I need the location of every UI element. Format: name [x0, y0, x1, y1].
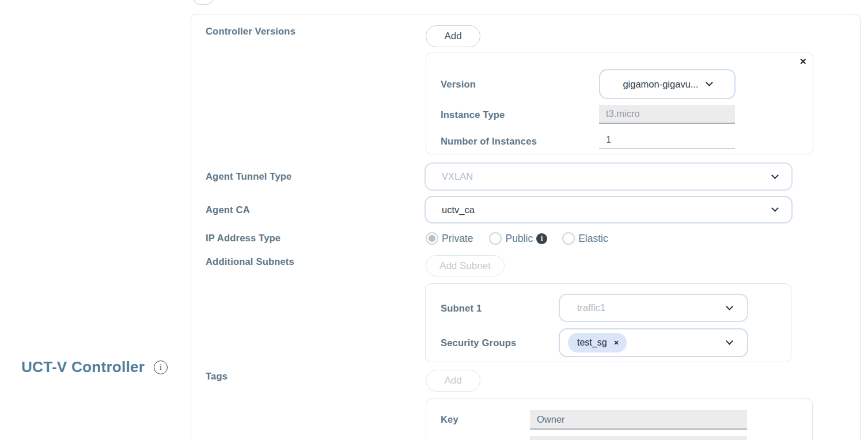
number-of-instances-label: Number of Instances: [441, 136, 537, 147]
agent-ca-label: Agent CA: [206, 204, 250, 215]
add-subnet-button[interactable]: Add Subnet: [426, 255, 505, 276]
version-select[interactable]: gigamon-gigavu...: [599, 69, 736, 99]
cut-off-toggle-button[interactable]: [194, 0, 213, 5]
instance-type-field[interactable]: t3.micro: [599, 105, 735, 124]
security-groups-multiselect[interactable]: test_sg ✕: [559, 328, 748, 357]
public-info-icon[interactable]: i: [536, 233, 547, 244]
add-subnet-button-label: Add Subnet: [439, 260, 491, 272]
subnet1-select[interactable]: traffic1: [559, 294, 748, 322]
tag-key-label: Key: [441, 414, 458, 425]
radio-public[interactable]: [489, 232, 502, 245]
instance-type-label: Instance Type: [441, 109, 505, 120]
add-controller-version-button[interactable]: Add: [426, 25, 480, 47]
chevron-down-icon: [771, 172, 779, 179]
page-title: UCT-V Controller: [21, 358, 148, 376]
instance-type-value: t3.micro: [606, 108, 640, 119]
number-of-instances-field[interactable]: 1: [599, 131, 735, 149]
agent-ca-select[interactable]: uctv_ca: [424, 196, 793, 223]
add-button-label: Add: [444, 31, 461, 42]
chevron-down-icon: [726, 337, 733, 345]
agent-tunnel-type-select[interactable]: VXLAN: [424, 162, 793, 191]
subnet1-label: Subnet 1: [441, 303, 482, 314]
radio-selected-dot: [429, 235, 435, 242]
radio-private-label: Private: [442, 233, 473, 245]
version-selected-value: gigamon-gigavu...: [623, 79, 698, 90]
radio-elastic[interactable]: [562, 232, 575, 245]
agent-tunnel-type-label: Agent Tunnel Type: [206, 171, 291, 182]
ip-address-type-label: IP Address Type: [206, 233, 281, 244]
agent-ca-value: uctv_ca: [442, 204, 475, 215]
security-group-chip-label: test_sg: [577, 337, 607, 348]
tags-label: Tags: [206, 371, 228, 382]
security-group-chip: test_sg ✕: [568, 333, 627, 352]
chevron-down-icon: [726, 303, 733, 310]
radio-private[interactable]: [426, 232, 438, 245]
radio-public-label: Public: [505, 233, 533, 245]
add-tag-button-label: Add: [444, 375, 461, 386]
info-icon[interactable]: i: [154, 361, 168, 374]
number-of-instances-value: 1: [606, 134, 611, 145]
tag-value-field[interactable]: [530, 436, 747, 440]
version-label: Version: [441, 79, 476, 90]
tag-key-field[interactable]: Owner: [530, 410, 747, 430]
chevron-down-icon: [706, 79, 713, 86]
ip-address-type-radio-group: Private Public i Elastic: [426, 232, 608, 245]
security-groups-label: Security Groups: [441, 337, 516, 348]
subnet1-value: traffic1: [577, 302, 605, 313]
agent-tunnel-type-value: VXLAN: [442, 171, 473, 182]
add-tag-button[interactable]: Add: [426, 370, 480, 392]
close-icon[interactable]: ✕: [799, 57, 807, 66]
chevron-down-icon: [771, 204, 779, 212]
controller-versions-label: Controller Versions: [206, 26, 295, 37]
tag-key-value: Owner: [537, 414, 565, 425]
radio-elastic-label: Elastic: [578, 233, 608, 245]
additional-subnets-label: Additional Subnets: [206, 256, 294, 267]
chip-remove-icon[interactable]: ✕: [614, 339, 619, 347]
uctv-controller-form-page: UCT-V Controller i Controller Versions A…: [0, 0, 868, 440]
